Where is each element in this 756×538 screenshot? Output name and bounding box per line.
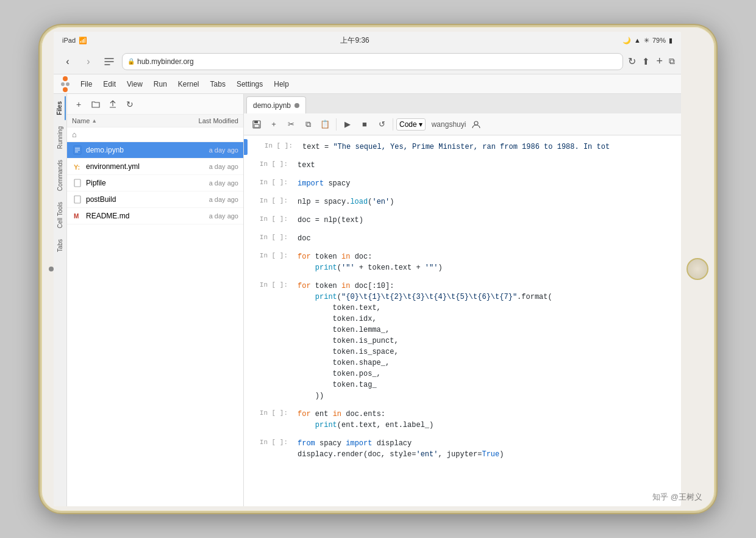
cell-content[interactable]: from spacy import displacy displacy.rend…: [293, 436, 681, 462]
table-row: In [ ]: import spacy: [244, 174, 681, 193]
file-name-demo: demo.ipynb: [86, 146, 184, 154]
sidebar-tabs: Files Running Commands Cell Tools Tabs: [54, 94, 67, 506]
cell-active-indicator: [244, 139, 248, 155]
cell-prompt: In [ ]:: [244, 194, 293, 207]
menu-settings[interactable]: Settings: [232, 78, 268, 90]
svg-rect-10: [254, 124, 259, 127]
upload-button[interactable]: [106, 98, 119, 111]
yaml-icon: Y:: [72, 161, 83, 172]
cell-content[interactable]: doc = nlp(text): [293, 212, 681, 228]
forward-button[interactable]: ›: [80, 54, 96, 70]
tab-name: demo.ipynb: [253, 101, 291, 110]
notebook-tab[interactable]: demo.ipynb: [246, 96, 306, 113]
cell-content[interactable]: text = "The sequel, Yes, Prime Minister,…: [298, 139, 681, 155]
svg-point-11: [474, 121, 478, 125]
file-modified-postbuild: a day ago: [184, 196, 238, 203]
menu-tabs[interactable]: Tabs: [205, 78, 230, 90]
svg-text:Y:: Y:: [74, 163, 80, 171]
carrier-label: iPad: [62, 37, 76, 44]
menu-help[interactable]: Help: [269, 78, 294, 90]
svg-rect-6: [74, 196, 80, 203]
sidebar-tab-tabs[interactable]: Tabs: [55, 234, 65, 257]
file-item-demo[interactable]: demo.ipynb a day ago: [67, 142, 243, 159]
menu-edit[interactable]: Edit: [98, 78, 121, 90]
file-modified-env: a day ago: [184, 163, 238, 170]
nb-toolbar: + ✂ ⧉ 📋 ▶ ■ ↺ Code ▾ wangshuyi: [244, 113, 681, 135]
watermark: 知乎 @王树义: [652, 492, 702, 503]
sidebar-tab-running[interactable]: Running: [55, 121, 65, 154]
sidebar-tab-commands[interactable]: Commands: [55, 155, 65, 196]
share-button[interactable]: ⬆: [642, 56, 650, 67]
cell-content[interactable]: doc: [293, 231, 681, 246]
cut-cell-button[interactable]: ✂: [283, 117, 299, 132]
menu-bar: File Edit View Run Kernel Tabs Settings …: [54, 74, 681, 94]
cell-content[interactable]: nlp = spacy.load('en'): [293, 194, 681, 210]
cell-prompt: In [ ]:: [244, 157, 293, 170]
cell-prompt: In [ ]:: [244, 249, 293, 262]
table-row: In [ ]: text = "The sequel, Yes, Prime M…: [244, 138, 681, 156]
wifi-icon: 📶: [79, 37, 87, 45]
nb-tab-bar: demo.ipynb: [244, 94, 681, 113]
file-item-postbuild[interactable]: postBuild a day ago: [67, 192, 243, 208]
paste-cell-button[interactable]: 📋: [317, 117, 333, 132]
jupyter-logo: [59, 77, 72, 91]
cell-prompt: In [ ]:: [244, 176, 293, 188]
kernel-dropdown[interactable]: Code ▾: [396, 118, 426, 131]
doc-icon-postbuild: [72, 194, 83, 205]
nb-user: wangshuyi: [432, 120, 466, 129]
restart-button[interactable]: ↺: [374, 117, 390, 132]
new-file-button[interactable]: +: [72, 98, 85, 111]
menu-kernel[interactable]: Kernel: [173, 78, 204, 90]
jupyter-container: File Edit View Run Kernel Tabs Settings …: [54, 74, 681, 506]
run-button[interactable]: ▶: [340, 117, 355, 132]
new-folder-button[interactable]: [89, 98, 102, 111]
back-button[interactable]: ‹: [60, 54, 76, 70]
col-name-header: Name ▲: [72, 117, 184, 124]
table-row: In [ ]: for token in doc: print('"' + to…: [244, 248, 681, 277]
cell-content[interactable]: for token in doc: print('"' + token.text…: [293, 249, 681, 276]
browser-bar: ‹ › 🔒 hub.mybinder.org ↻ ⬆ + ⧉: [54, 49, 681, 74]
cell-content[interactable]: import spacy: [293, 176, 681, 192]
main-body: Files Running Commands Cell Tools Tabs +: [54, 94, 681, 506]
add-cell-button[interactable]: +: [266, 117, 282, 132]
file-name-readme: README.md: [86, 212, 184, 220]
dropdown-arrow: ▾: [419, 120, 423, 129]
cell-content[interactable]: text: [293, 157, 681, 173]
copy-cell-button[interactable]: ⧉: [300, 117, 316, 132]
sidebar-tab-files[interactable]: Files: [54, 96, 66, 120]
status-bar: iPad 📶 上午9:36 🌙 ▲ ✳ 79% ▮: [54, 32, 681, 49]
sort-arrow: ▲: [91, 118, 97, 124]
menu-view[interactable]: View: [122, 78, 148, 90]
col-modified-header: Last Modified: [184, 117, 238, 124]
save-button[interactable]: [249, 117, 265, 132]
cells-area[interactable]: In [ ]: text = "The sequel, Yes, Prime M…: [244, 135, 681, 506]
file-item-readme[interactable]: M README.md a day ago: [67, 208, 243, 224]
ipad-frame: iPad 📶 上午9:36 🌙 ▲ ✳ 79% ▮ ‹ › 🔒: [40, 25, 716, 513]
notebook-icon: [72, 145, 83, 156]
tabs-button[interactable]: ⧉: [669, 56, 675, 66]
refresh-button[interactable]: ↻: [123, 98, 137, 111]
user-icon[interactable]: [468, 117, 484, 132]
interrupt-button[interactable]: ■: [357, 117, 373, 132]
cell-content[interactable]: for ent in doc.ents: print(ent.text, ent…: [293, 406, 681, 433]
url-bar[interactable]: 🔒 hub.mybinder.org: [122, 53, 623, 70]
menu-file[interactable]: File: [76, 78, 97, 90]
left-dot: [49, 267, 54, 271]
sidebar-tab-celltools[interactable]: Cell Tools: [55, 197, 65, 233]
file-item-env[interactable]: Y: environment.yml a day ago: [67, 159, 243, 175]
menu-run[interactable]: Run: [149, 78, 172, 90]
table-row: In [ ]: for token in doc[:10]: print("{0…: [244, 277, 681, 405]
reload-button[interactable]: ↻: [628, 56, 636, 67]
home-row: ⌂: [67, 127, 243, 142]
bookmarks-button[interactable]: [101, 54, 117, 70]
table-row: In [ ]: text: [244, 156, 681, 174]
new-tab-button[interactable]: +: [656, 55, 663, 68]
unsaved-dot: [294, 103, 299, 108]
file-list-header: Name ▲ Last Modified: [67, 115, 243, 127]
svg-rect-5: [74, 179, 80, 187]
cell-content[interactable]: for token in doc[:10]: print("{0}\t{1}\t…: [293, 278, 681, 404]
status-right: 🌙 ▲ ✳ 79% ▮: [622, 37, 672, 45]
file-item-pipfile[interactable]: Pipfile a day ago: [67, 175, 243, 192]
md-icon: M: [72, 210, 83, 221]
home-button[interactable]: [686, 258, 708, 280]
